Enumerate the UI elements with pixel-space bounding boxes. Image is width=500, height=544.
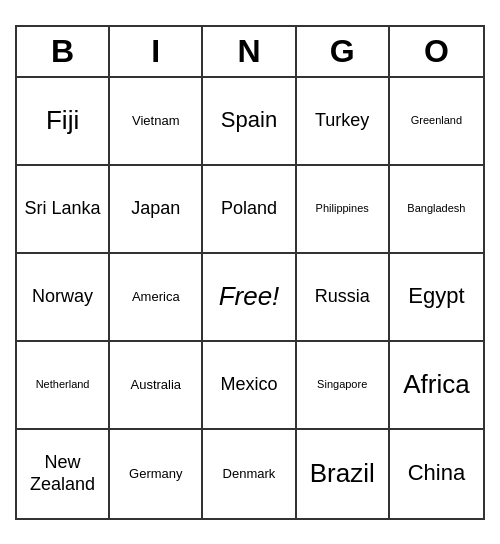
cell-text: New Zealand [21, 452, 104, 495]
bingo-cell: Spain [203, 78, 296, 166]
bingo-grid: FijiVietnamSpainTurkeyGreenlandSri Lanka… [17, 78, 483, 518]
bingo-cell: Philippines [297, 166, 390, 254]
bingo-cell: Sri Lanka [17, 166, 110, 254]
bingo-cell: Norway [17, 254, 110, 342]
header-letter: N [203, 27, 296, 76]
cell-text: Free! [219, 281, 280, 312]
cell-text: China [408, 460, 465, 486]
bingo-cell: Japan [110, 166, 203, 254]
bingo-cell: Egypt [390, 254, 483, 342]
bingo-cell: Fiji [17, 78, 110, 166]
header-letter: B [17, 27, 110, 76]
bingo-cell: Africa [390, 342, 483, 430]
cell-text: Mexico [220, 374, 277, 396]
bingo-cell: Free! [203, 254, 296, 342]
bingo-card: BINGO FijiVietnamSpainTurkeyGreenlandSri… [15, 25, 485, 520]
cell-text: Singapore [317, 378, 367, 391]
cell-text: Poland [221, 198, 277, 220]
bingo-cell: New Zealand [17, 430, 110, 518]
cell-text: Japan [131, 198, 180, 220]
header-letter: O [390, 27, 483, 76]
cell-text: Philippines [316, 202, 369, 215]
header-letter: I [110, 27, 203, 76]
cell-text: Denmark [223, 466, 276, 482]
bingo-cell: Germany [110, 430, 203, 518]
bingo-header: BINGO [17, 27, 483, 78]
cell-text: Netherland [36, 378, 90, 391]
cell-text: Bangladesh [407, 202, 465, 215]
cell-text: Russia [315, 286, 370, 308]
bingo-cell: Vietnam [110, 78, 203, 166]
cell-text: Greenland [411, 114, 462, 127]
cell-text: Sri Lanka [25, 198, 101, 220]
cell-text: Vietnam [132, 113, 179, 129]
cell-text: Egypt [408, 283, 464, 309]
cell-text: Turkey [315, 110, 369, 132]
bingo-cell: China [390, 430, 483, 518]
cell-text: Brazil [310, 458, 375, 489]
cell-text: Germany [129, 466, 182, 482]
cell-text: Spain [221, 107, 277, 133]
bingo-cell: Bangladesh [390, 166, 483, 254]
bingo-cell: Poland [203, 166, 296, 254]
bingo-cell: Russia [297, 254, 390, 342]
cell-text: Norway [32, 286, 93, 308]
bingo-cell: Mexico [203, 342, 296, 430]
cell-text: Africa [403, 369, 469, 400]
cell-text: America [132, 289, 180, 305]
header-letter: G [297, 27, 390, 76]
bingo-cell: Netherland [17, 342, 110, 430]
bingo-cell: Brazil [297, 430, 390, 518]
bingo-cell: Turkey [297, 78, 390, 166]
cell-text: Fiji [46, 105, 79, 136]
bingo-cell: Greenland [390, 78, 483, 166]
bingo-cell: Singapore [297, 342, 390, 430]
bingo-cell: Australia [110, 342, 203, 430]
cell-text: Australia [131, 377, 182, 393]
bingo-cell: Denmark [203, 430, 296, 518]
bingo-cell: America [110, 254, 203, 342]
